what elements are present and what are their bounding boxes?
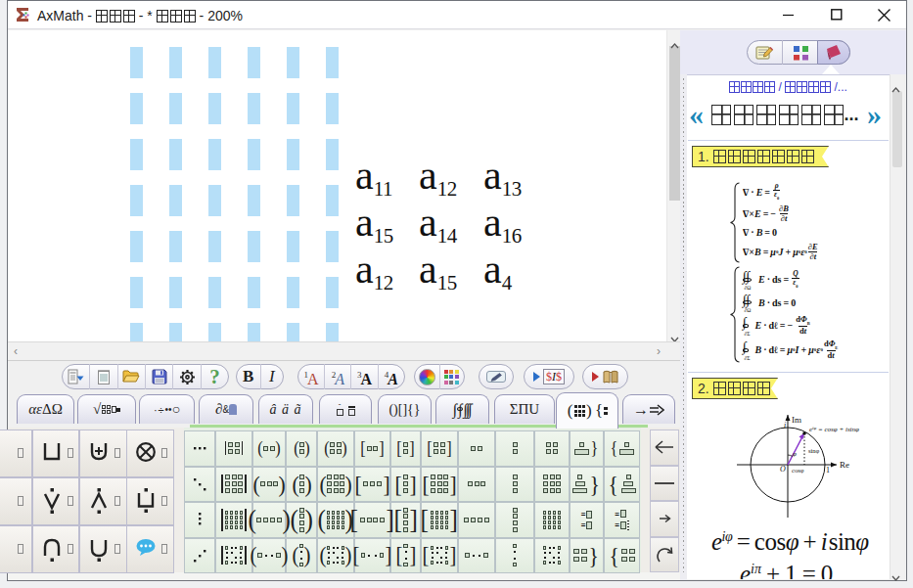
svg-text:i: i (784, 421, 786, 430)
svg-text:sinφ: sinφ (808, 447, 820, 454)
svg-text:eiφ = cosφ + isinφ: eiφ = cosφ + isinφ (809, 426, 859, 434)
svg-text:Im: Im (792, 415, 801, 425)
svg-text:1: 1 (826, 466, 830, 475)
svg-text:Re: Re (840, 460, 849, 470)
svg-text:φ: φ (793, 450, 797, 458)
svg-text:cosφ: cosφ (792, 467, 804, 474)
svg-text:O: O (780, 465, 786, 474)
